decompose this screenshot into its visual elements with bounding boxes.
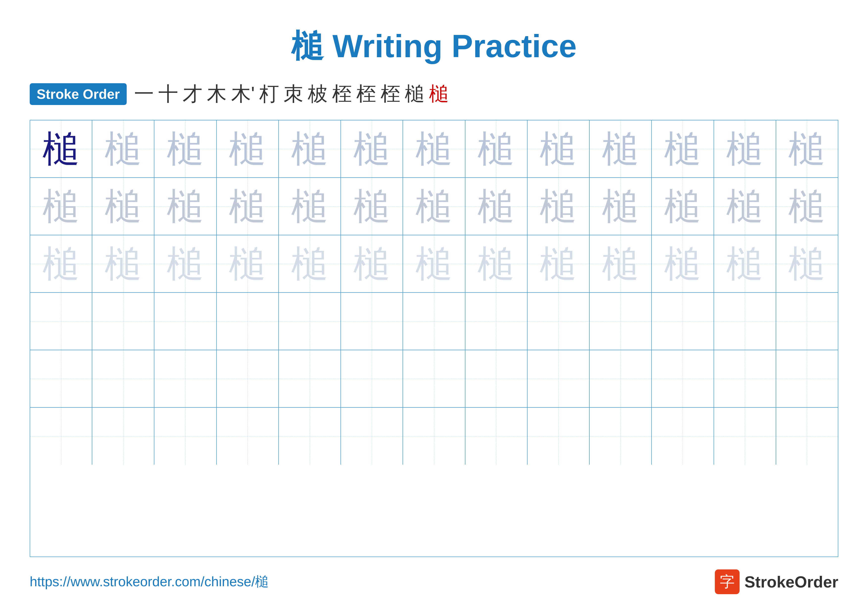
- grid-cell-0-5: 槌: [341, 120, 403, 177]
- grid-cell-4-6[interactable]: [403, 350, 465, 407]
- grid-cell-0-10: 槌: [652, 120, 714, 177]
- grid-cell-2-8: 槌: [527, 235, 590, 292]
- grid-row-4: [30, 350, 838, 408]
- footer-url[interactable]: https://www.strokeorder.com/chinese/槌: [30, 573, 269, 591]
- cell-char-2-8: 槌: [539, 245, 577, 282]
- grid-cell-4-3[interactable]: [217, 350, 279, 407]
- cell-char-0-10: 槌: [664, 130, 701, 168]
- cell-char-2-3: 槌: [229, 245, 266, 282]
- grid-cell-4-9[interactable]: [590, 350, 652, 407]
- grid-cell-5-4[interactable]: [279, 408, 341, 465]
- cell-char-1-10: 槌: [664, 188, 701, 225]
- grid-cell-4-7[interactable]: [465, 350, 527, 407]
- grid-cell-5-1[interactable]: [92, 408, 154, 465]
- grid-cell-1-12: 槌: [776, 178, 838, 235]
- grid-cell-5-11[interactable]: [714, 408, 776, 465]
- cell-char-0-0: 槌: [43, 130, 80, 168]
- grid-row-0: 槌槌槌槌槌槌槌槌槌槌槌槌槌: [30, 120, 838, 178]
- grid-cell-5-9[interactable]: [590, 408, 652, 465]
- cell-char-1-12: 槌: [788, 188, 825, 225]
- grid-cell-4-1[interactable]: [92, 350, 154, 407]
- grid-cell-1-8: 槌: [527, 178, 590, 235]
- grid-cell-0-6: 槌: [403, 120, 465, 177]
- grid-cell-5-0[interactable]: [30, 408, 92, 465]
- grid-cell-3-3[interactable]: [217, 293, 279, 350]
- logo-text: StrokeOrder: [744, 573, 838, 591]
- grid-cell-3-8[interactable]: [527, 293, 590, 350]
- grid-cell-3-5[interactable]: [341, 293, 403, 350]
- stroke-order-badge: Stroke Order: [30, 83, 127, 105]
- stroke-char-3: 木: [207, 81, 227, 107]
- cell-char-1-2: 槌: [167, 188, 204, 225]
- grid-cell-4-5[interactable]: [341, 350, 403, 407]
- grid-cell-0-7: 槌: [465, 120, 527, 177]
- grid-cell-3-7[interactable]: [465, 293, 527, 350]
- grid-cell-0-9: 槌: [590, 120, 652, 177]
- grid-cell-2-10: 槌: [652, 235, 714, 292]
- cell-char-2-9: 槌: [602, 245, 639, 282]
- grid-cell-0-0: 槌: [30, 120, 92, 177]
- cell-char-1-11: 槌: [726, 188, 763, 225]
- stroke-order-row: Stroke Order 一十才木木'朾朿柀桎桎桎槌槌: [30, 81, 838, 107]
- cell-char-1-3: 槌: [229, 188, 266, 225]
- grid-cell-4-0[interactable]: [30, 350, 92, 407]
- grid-cell-2-11: 槌: [714, 235, 776, 292]
- grid-cell-4-2[interactable]: [154, 350, 217, 407]
- grid-cell-4-11[interactable]: [714, 350, 776, 407]
- grid-row-5: [30, 408, 838, 465]
- grid-cell-3-1[interactable]: [92, 293, 154, 350]
- grid-cell-5-12[interactable]: [776, 408, 838, 465]
- footer-logo: 字 StrokeOrder: [715, 569, 838, 594]
- grid-cell-3-6[interactable]: [403, 293, 465, 350]
- cell-char-2-1: 槌: [105, 245, 142, 282]
- grid-cell-5-8[interactable]: [527, 408, 590, 465]
- grid-cell-5-6[interactable]: [403, 408, 465, 465]
- grid-cell-2-4: 槌: [279, 235, 341, 292]
- stroke-char-6: 朿: [284, 81, 303, 107]
- cell-char-0-1: 槌: [105, 130, 142, 168]
- grid-cell-0-2: 槌: [154, 120, 217, 177]
- grid-cell-3-0[interactable]: [30, 293, 92, 350]
- grid-cell-2-3: 槌: [217, 235, 279, 292]
- grid-cell-4-8[interactable]: [527, 350, 590, 407]
- grid-row-1: 槌槌槌槌槌槌槌槌槌槌槌槌槌: [30, 178, 838, 235]
- grid-cell-4-10[interactable]: [652, 350, 714, 407]
- practice-grid: 槌槌槌槌槌槌槌槌槌槌槌槌槌槌槌槌槌槌槌槌槌槌槌槌槌槌槌槌槌槌槌槌槌槌槌槌槌槌槌: [30, 120, 838, 557]
- stroke-char-11: 槌: [405, 81, 425, 107]
- grid-row-2: 槌槌槌槌槌槌槌槌槌槌槌槌槌: [30, 235, 838, 293]
- grid-cell-5-7[interactable]: [465, 408, 527, 465]
- grid-cell-3-11[interactable]: [714, 293, 776, 350]
- stroke-char-4: 木': [231, 81, 254, 107]
- grid-cell-3-9[interactable]: [590, 293, 652, 350]
- grid-cell-2-12: 槌: [776, 235, 838, 292]
- page-title: 槌 Writing Practice: [291, 25, 577, 68]
- grid-cell-0-1: 槌: [92, 120, 154, 177]
- cell-char-2-10: 槌: [664, 245, 701, 282]
- footer: https://www.strokeorder.com/chinese/槌 字 …: [30, 569, 838, 594]
- stroke-char-8: 桎: [332, 81, 352, 107]
- grid-cell-4-4[interactable]: [279, 350, 341, 407]
- stroke-char-5: 朾: [259, 81, 279, 107]
- grid-cell-3-2[interactable]: [154, 293, 217, 350]
- stroke-char-0: 一: [134, 81, 154, 107]
- grid-cell-1-3: 槌: [217, 178, 279, 235]
- grid-cell-5-5[interactable]: [341, 408, 403, 465]
- stroke-char-7: 柀: [308, 81, 328, 107]
- grid-cell-5-10[interactable]: [652, 408, 714, 465]
- grid-cell-1-2: 槌: [154, 178, 217, 235]
- cell-char-1-9: 槌: [602, 188, 639, 225]
- grid-cell-4-12[interactable]: [776, 350, 838, 407]
- grid-cell-1-10: 槌: [652, 178, 714, 235]
- cell-char-1-8: 槌: [539, 188, 577, 225]
- stroke-char-10: 桎: [381, 81, 400, 107]
- grid-cell-3-10[interactable]: [652, 293, 714, 350]
- cell-char-0-9: 槌: [602, 130, 639, 168]
- cell-char-0-7: 槌: [477, 130, 515, 168]
- grid-cell-0-11: 槌: [714, 120, 776, 177]
- cell-char-0-5: 槌: [353, 130, 391, 168]
- grid-cell-5-3[interactable]: [217, 408, 279, 465]
- grid-cell-3-4[interactable]: [279, 293, 341, 350]
- grid-cell-3-12[interactable]: [776, 293, 838, 350]
- cell-char-2-2: 槌: [167, 245, 204, 282]
- grid-cell-5-2[interactable]: [154, 408, 217, 465]
